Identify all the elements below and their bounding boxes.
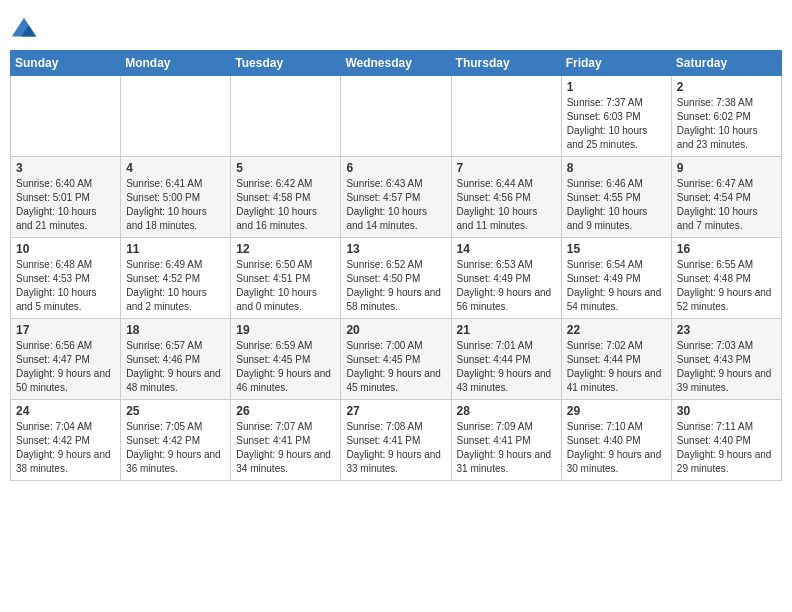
day-number: 18 (126, 323, 225, 337)
day-number: 8 (567, 161, 666, 175)
day-number: 14 (457, 242, 556, 256)
day-number: 13 (346, 242, 445, 256)
day-cell: 5Sunrise: 6:42 AM Sunset: 4:58 PM Daylig… (231, 157, 341, 238)
day-number: 4 (126, 161, 225, 175)
day-cell: 3Sunrise: 6:40 AM Sunset: 5:01 PM Daylig… (11, 157, 121, 238)
day-number: 19 (236, 323, 335, 337)
day-cell: 17Sunrise: 6:56 AM Sunset: 4:47 PM Dayli… (11, 319, 121, 400)
day-info: Sunrise: 6:56 AM Sunset: 4:47 PM Dayligh… (16, 339, 115, 395)
day-cell: 26Sunrise: 7:07 AM Sunset: 4:41 PM Dayli… (231, 400, 341, 481)
day-info: Sunrise: 7:38 AM Sunset: 6:02 PM Dayligh… (677, 96, 776, 152)
week-row-1: 3Sunrise: 6:40 AM Sunset: 5:01 PM Daylig… (11, 157, 782, 238)
day-info: Sunrise: 6:42 AM Sunset: 4:58 PM Dayligh… (236, 177, 335, 233)
day-info: Sunrise: 6:55 AM Sunset: 4:48 PM Dayligh… (677, 258, 776, 314)
day-cell: 28Sunrise: 7:09 AM Sunset: 4:41 PM Dayli… (451, 400, 561, 481)
week-row-3: 17Sunrise: 6:56 AM Sunset: 4:47 PM Dayli… (11, 319, 782, 400)
day-number: 22 (567, 323, 666, 337)
day-cell: 22Sunrise: 7:02 AM Sunset: 4:44 PM Dayli… (561, 319, 671, 400)
day-cell: 1Sunrise: 7:37 AM Sunset: 6:03 PM Daylig… (561, 76, 671, 157)
day-cell (341, 76, 451, 157)
day-cell: 24Sunrise: 7:04 AM Sunset: 4:42 PM Dayli… (11, 400, 121, 481)
day-cell: 12Sunrise: 6:50 AM Sunset: 4:51 PM Dayli… (231, 238, 341, 319)
day-number: 11 (126, 242, 225, 256)
day-number: 3 (16, 161, 115, 175)
header-day-monday: Monday (121, 51, 231, 76)
day-cell: 16Sunrise: 6:55 AM Sunset: 4:48 PM Dayli… (671, 238, 781, 319)
day-number: 6 (346, 161, 445, 175)
day-cell: 14Sunrise: 6:53 AM Sunset: 4:49 PM Dayli… (451, 238, 561, 319)
day-info: Sunrise: 7:10 AM Sunset: 4:40 PM Dayligh… (567, 420, 666, 476)
week-row-4: 24Sunrise: 7:04 AM Sunset: 4:42 PM Dayli… (11, 400, 782, 481)
day-info: Sunrise: 7:07 AM Sunset: 4:41 PM Dayligh… (236, 420, 335, 476)
day-info: Sunrise: 6:53 AM Sunset: 4:49 PM Dayligh… (457, 258, 556, 314)
day-cell: 9Sunrise: 6:47 AM Sunset: 4:54 PM Daylig… (671, 157, 781, 238)
day-info: Sunrise: 7:11 AM Sunset: 4:40 PM Dayligh… (677, 420, 776, 476)
day-cell: 7Sunrise: 6:44 AM Sunset: 4:56 PM Daylig… (451, 157, 561, 238)
day-cell (11, 76, 121, 157)
day-number: 15 (567, 242, 666, 256)
day-info: Sunrise: 6:54 AM Sunset: 4:49 PM Dayligh… (567, 258, 666, 314)
logo (10, 16, 42, 44)
day-info: Sunrise: 7:04 AM Sunset: 4:42 PM Dayligh… (16, 420, 115, 476)
day-cell: 15Sunrise: 6:54 AM Sunset: 4:49 PM Dayli… (561, 238, 671, 319)
calendar-body: 1Sunrise: 7:37 AM Sunset: 6:03 PM Daylig… (11, 76, 782, 481)
day-number: 17 (16, 323, 115, 337)
day-number: 23 (677, 323, 776, 337)
header-day-sunday: Sunday (11, 51, 121, 76)
day-cell: 2Sunrise: 7:38 AM Sunset: 6:02 PM Daylig… (671, 76, 781, 157)
day-info: Sunrise: 6:48 AM Sunset: 4:53 PM Dayligh… (16, 258, 115, 314)
day-cell: 11Sunrise: 6:49 AM Sunset: 4:52 PM Dayli… (121, 238, 231, 319)
header-row: SundayMondayTuesdayWednesdayThursdayFrid… (11, 51, 782, 76)
day-info: Sunrise: 6:49 AM Sunset: 4:52 PM Dayligh… (126, 258, 225, 314)
day-cell (231, 76, 341, 157)
day-info: Sunrise: 7:02 AM Sunset: 4:44 PM Dayligh… (567, 339, 666, 395)
day-cell: 25Sunrise: 7:05 AM Sunset: 4:42 PM Dayli… (121, 400, 231, 481)
calendar-header: SundayMondayTuesdayWednesdayThursdayFrid… (11, 51, 782, 76)
day-info: Sunrise: 7:37 AM Sunset: 6:03 PM Dayligh… (567, 96, 666, 152)
day-info: Sunrise: 6:43 AM Sunset: 4:57 PM Dayligh… (346, 177, 445, 233)
logo-icon (10, 16, 38, 44)
day-number: 24 (16, 404, 115, 418)
day-number: 25 (126, 404, 225, 418)
day-info: Sunrise: 6:57 AM Sunset: 4:46 PM Dayligh… (126, 339, 225, 395)
day-info: Sunrise: 6:52 AM Sunset: 4:50 PM Dayligh… (346, 258, 445, 314)
day-info: Sunrise: 7:08 AM Sunset: 4:41 PM Dayligh… (346, 420, 445, 476)
header-day-friday: Friday (561, 51, 671, 76)
day-cell: 4Sunrise: 6:41 AM Sunset: 5:00 PM Daylig… (121, 157, 231, 238)
week-row-0: 1Sunrise: 7:37 AM Sunset: 6:03 PM Daylig… (11, 76, 782, 157)
day-cell: 13Sunrise: 6:52 AM Sunset: 4:50 PM Dayli… (341, 238, 451, 319)
day-info: Sunrise: 6:50 AM Sunset: 4:51 PM Dayligh… (236, 258, 335, 314)
header-day-tuesday: Tuesday (231, 51, 341, 76)
day-number: 12 (236, 242, 335, 256)
header-day-thursday: Thursday (451, 51, 561, 76)
day-cell: 18Sunrise: 6:57 AM Sunset: 4:46 PM Dayli… (121, 319, 231, 400)
day-cell: 21Sunrise: 7:01 AM Sunset: 4:44 PM Dayli… (451, 319, 561, 400)
day-cell: 19Sunrise: 6:59 AM Sunset: 4:45 PM Dayli… (231, 319, 341, 400)
day-info: Sunrise: 6:46 AM Sunset: 4:55 PM Dayligh… (567, 177, 666, 233)
day-cell: 30Sunrise: 7:11 AM Sunset: 4:40 PM Dayli… (671, 400, 781, 481)
day-info: Sunrise: 7:01 AM Sunset: 4:44 PM Dayligh… (457, 339, 556, 395)
day-cell: 8Sunrise: 6:46 AM Sunset: 4:55 PM Daylig… (561, 157, 671, 238)
day-number: 28 (457, 404, 556, 418)
day-number: 29 (567, 404, 666, 418)
day-number: 16 (677, 242, 776, 256)
day-number: 7 (457, 161, 556, 175)
day-info: Sunrise: 6:41 AM Sunset: 5:00 PM Dayligh… (126, 177, 225, 233)
day-cell: 10Sunrise: 6:48 AM Sunset: 4:53 PM Dayli… (11, 238, 121, 319)
day-cell (121, 76, 231, 157)
day-info: Sunrise: 7:09 AM Sunset: 4:41 PM Dayligh… (457, 420, 556, 476)
day-number: 20 (346, 323, 445, 337)
day-cell: 27Sunrise: 7:08 AM Sunset: 4:41 PM Dayli… (341, 400, 451, 481)
day-number: 1 (567, 80, 666, 94)
day-info: Sunrise: 6:44 AM Sunset: 4:56 PM Dayligh… (457, 177, 556, 233)
day-number: 9 (677, 161, 776, 175)
day-number: 26 (236, 404, 335, 418)
day-info: Sunrise: 7:03 AM Sunset: 4:43 PM Dayligh… (677, 339, 776, 395)
day-info: Sunrise: 7:00 AM Sunset: 4:45 PM Dayligh… (346, 339, 445, 395)
day-cell: 20Sunrise: 7:00 AM Sunset: 4:45 PM Dayli… (341, 319, 451, 400)
week-row-2: 10Sunrise: 6:48 AM Sunset: 4:53 PM Dayli… (11, 238, 782, 319)
day-info: Sunrise: 6:40 AM Sunset: 5:01 PM Dayligh… (16, 177, 115, 233)
calendar-table: SundayMondayTuesdayWednesdayThursdayFrid… (10, 50, 782, 481)
day-cell (451, 76, 561, 157)
header (10, 10, 782, 44)
